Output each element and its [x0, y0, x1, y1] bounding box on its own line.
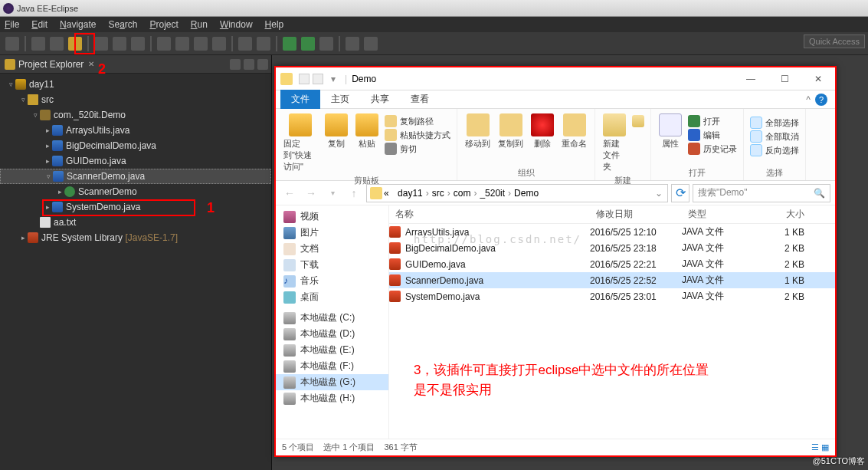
moveto-button[interactable]: 移动到	[463, 112, 492, 151]
tree-class[interactable]: ScannerDemo	[78, 186, 137, 197]
tree-txt[interactable]: aa.txt	[54, 217, 76, 228]
menu-window[interactable]: Window	[220, 19, 253, 30]
navigation-pane[interactable]: 视频 图片 文档 下载 ♪音乐 桌面 本地磁盘 (C:) 本地磁盘 (D:) 本…	[276, 205, 389, 439]
rename-button[interactable]: 重命名	[560, 112, 588, 151]
pin-button[interactable]: 固定到"快速访问"	[282, 112, 319, 174]
tree-package[interactable]: com._520it.Demo	[54, 110, 126, 120]
file-row[interactable]: SystemDemo.java2016/5/25 23:01JAVA 文件2 K…	[389, 288, 835, 304]
run-icon[interactable]	[113, 37, 126, 51]
maximize-button[interactable]: ☐	[768, 68, 801, 90]
close-button[interactable]: ✕	[801, 68, 835, 90]
selectinvert-button[interactable]: 反向选择	[750, 144, 799, 156]
tab-view[interactable]: 查看	[400, 90, 440, 109]
delete-button[interactable]: 删除	[529, 112, 555, 151]
navtree-videos[interactable]: 视频	[276, 209, 388, 225]
save-all-icon[interactable]	[50, 37, 64, 51]
col-name[interactable]: 名称	[389, 208, 590, 221]
debug-last-icon[interactable]	[301, 37, 315, 51]
coverage-icon[interactable]	[131, 37, 145, 51]
tree-file[interactable]: ArraysUtils.java	[66, 125, 129, 136]
tab-file[interactable]: 文件	[280, 90, 320, 109]
search-box[interactable]: 搜索"Demo"🔍	[693, 184, 830, 202]
navtree-drive[interactable]: 本地磁盘 (F:)	[276, 358, 388, 374]
qat-dropdown-icon[interactable]: ▾	[331, 74, 336, 84]
selectnone-button[interactable]: 全部取消	[750, 130, 799, 143]
address-bar[interactable]: « day11› src› com› _520it› Demo ⌄	[366, 184, 668, 202]
navtree-pictures[interactable]: 图片	[276, 225, 388, 241]
recent-dropdown[interactable]: ▾	[323, 184, 342, 202]
tree-file-selected[interactable]: ScannerDemo.java	[67, 171, 145, 182]
new-package-icon[interactable]	[194, 37, 208, 51]
breadcrumb-item[interactable]: com	[454, 188, 471, 199]
paste-button[interactable]: 粘贴	[354, 112, 380, 151]
selectall-button[interactable]: 全部选择	[750, 117, 799, 129]
breadcrumb-item[interactable]: day11	[398, 188, 423, 199]
back-icon[interactable]	[346, 37, 359, 51]
menu-navigate[interactable]: Navigate	[60, 19, 96, 30]
navtree-drive[interactable]: 本地磁盘 (H:)	[276, 390, 388, 406]
qat-icon[interactable]	[313, 74, 323, 84]
tree-project[interactable]: day11	[29, 79, 54, 90]
navtree-downloads[interactable]: 下载	[276, 257, 388, 273]
copypath-button[interactable]: 复制路径	[385, 115, 450, 127]
file-row[interactable]: ScannerDemo.java2016/5/25 22:52JAVA 文件1 …	[389, 272, 835, 288]
navtree-music[interactable]: ♪音乐	[276, 273, 388, 289]
menu-file[interactable]: File	[5, 19, 19, 30]
history-button[interactable]: 历史记录	[688, 143, 737, 155]
props-button[interactable]: 属性	[657, 112, 683, 151]
new-icon[interactable]	[5, 37, 19, 51]
qat-icon[interactable]	[299, 74, 310, 84]
back-button[interactable]: ←	[280, 184, 299, 202]
collapse-ribbon-icon[interactable]: ^	[806, 94, 811, 105]
run-last-icon[interactable]	[283, 37, 296, 51]
help-icon[interactable]: ?	[815, 94, 827, 106]
breadcrumb-item[interactable]: Demo	[514, 188, 539, 199]
menu-help[interactable]: Help	[265, 19, 284, 30]
tree-src[interactable]: src	[41, 94, 54, 105]
external-tools-icon[interactable]	[319, 37, 333, 51]
new-project-icon[interactable]	[175, 37, 189, 51]
newfolder-button[interactable]: 新建文件夹	[601, 112, 627, 174]
menu-search[interactable]: Search	[108, 19, 137, 30]
up-button[interactable]: ↑	[345, 184, 363, 202]
toggle-icon[interactable]	[257, 37, 270, 51]
navtree-drive[interactable]: 本地磁盘 (E:)	[276, 342, 388, 358]
minimize-button[interactable]: —	[734, 68, 768, 90]
col-type[interactable]: 类型	[682, 208, 766, 221]
explorer-titlebar[interactable]: ▾ | Demo — ☐ ✕	[276, 67, 835, 90]
debug-icon[interactable]	[94, 37, 108, 51]
refresh-button[interactable]: ⟳	[671, 184, 689, 202]
project-tree[interactable]: ▿day11 ▿src ▿com._520it.Demo ▸ArraysUtil…	[0, 74, 271, 245]
tab-home[interactable]: 主页	[320, 90, 360, 109]
new-server-icon[interactable]	[157, 37, 171, 51]
forward-button[interactable]: →	[302, 184, 320, 202]
breadcrumb-item[interactable]: _520it	[480, 188, 505, 199]
close-view-icon[interactable]: ✕	[88, 60, 94, 68]
view-switcher[interactable]: ☰ ▦	[811, 442, 835, 452]
cut-button[interactable]: 剪切	[385, 143, 450, 155]
open-button[interactable]: 打开	[688, 115, 737, 127]
copyto-button[interactable]: 复制到	[496, 112, 525, 151]
link-editor-icon[interactable]	[244, 59, 254, 70]
new-class-icon[interactable]	[212, 37, 226, 51]
tree-file[interactable]: GUIDemo.java	[66, 156, 126, 166]
forward-icon[interactable]	[364, 37, 378, 51]
navtree-desktop[interactable]: 桌面	[276, 289, 388, 305]
menu-run[interactable]: Run	[191, 19, 208, 30]
save-icon[interactable]	[31, 37, 45, 51]
menu-edit[interactable]: Edit	[31, 19, 47, 30]
collapse-all-icon[interactable]	[230, 59, 241, 70]
newitem-button[interactable]	[632, 115, 644, 127]
quick-access[interactable]: Quick Access	[804, 35, 865, 48]
column-headers[interactable]: 名称 修改日期 类型 大小	[389, 205, 835, 224]
breadcrumb-dropdown-icon[interactable]: ⌄	[655, 188, 667, 199]
navtree-drive[interactable]: 本地磁盘 (C:)	[276, 310, 388, 326]
breadcrumb-prefix[interactable]: «	[384, 188, 389, 199]
edit-button[interactable]: 编辑	[688, 129, 737, 141]
navtree-drive[interactable]: 本地磁盘 (G:)	[276, 374, 388, 390]
search-icon[interactable]	[238, 37, 252, 51]
breadcrumb-item[interactable]: src	[432, 188, 444, 199]
pasteshort-button[interactable]: 粘贴快捷方式	[385, 129, 450, 141]
navtree-documents[interactable]: 文档	[276, 241, 388, 257]
col-date[interactable]: 修改日期	[590, 208, 682, 221]
